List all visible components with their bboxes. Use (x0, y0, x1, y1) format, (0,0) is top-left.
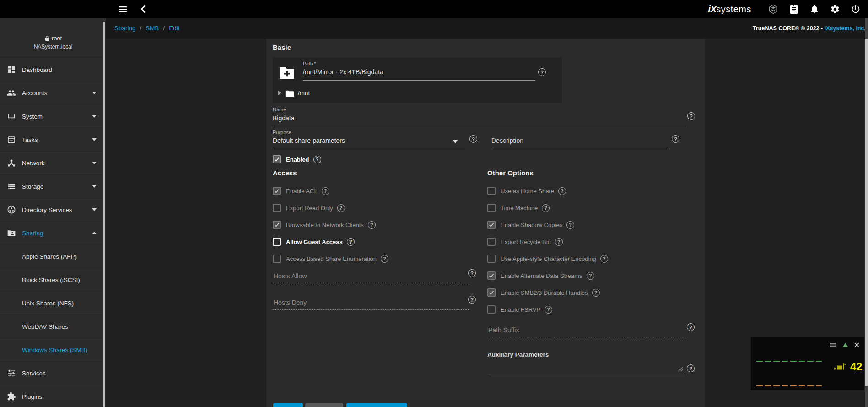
copyright-text: TrueNAS CORE® © 2022 - iXsystems, Inc. (753, 25, 866, 32)
checkbox-enable-shadow-copies[interactable] (487, 221, 496, 229)
help-icon[interactable]: ? (322, 187, 329, 195)
sparkline-dash (773, 385, 780, 386)
help-icon[interactable]: ? (381, 255, 388, 263)
widget-menu-icon[interactable] (829, 341, 837, 349)
checkbox-row-enable-fsrvp: Enable FSRVP? (487, 305, 608, 314)
hosts-deny-input[interactable]: Hosts Deny (274, 299, 307, 306)
widget-close-icon[interactable] (853, 341, 860, 349)
puzzle-icon (7, 392, 16, 401)
checkbox-enable-fsrvp[interactable] (487, 305, 496, 314)
checkbox-enable-acl[interactable] (273, 187, 281, 195)
help-icon[interactable]: ? (347, 238, 355, 246)
aux-parameters-textarea[interactable] (487, 374, 685, 374)
checkbox-row-enable-alternate-data-streams: Enable Alternate Data Streams? (487, 271, 608, 280)
sidebar-item-tasks[interactable]: Tasks (0, 128, 106, 152)
resize-handle-icon[interactable] (677, 366, 684, 372)
sparkline-dash (790, 385, 797, 386)
page-scrollbar-thumb[interactable] (865, 39, 868, 386)
user-name: root (0, 35, 106, 42)
hosts-deny-help-icon[interactable]: ? (468, 296, 476, 304)
settings-gear-icon[interactable] (830, 4, 840, 14)
help-icon[interactable]: ? (587, 272, 594, 280)
help-icon[interactable]: ? (558, 187, 566, 195)
sidebar-item-services[interactable]: Services (0, 362, 106, 385)
checkbox-enable-smb2-3-durable-handles[interactable] (487, 288, 496, 297)
checkbox-browsable-to-network-clients[interactable] (273, 221, 281, 229)
chevron-left-icon[interactable] (138, 4, 149, 15)
help-icon[interactable]: ? (545, 306, 552, 314)
cancel-button-partial[interactable] (305, 403, 343, 407)
sidebar-item-webdav-shares[interactable]: WebDAV Shares (0, 315, 106, 338)
chevron-down-icon (92, 162, 97, 164)
checkbox-export-recycle-bin[interactable] (487, 238, 496, 246)
checkbox-row-enable-shadow-copies: Enable Shadow Copies? (487, 220, 608, 229)
advanced-button-partial[interactable] (346, 403, 407, 407)
checkbox-use-as-home-share[interactable] (487, 187, 496, 195)
checkbox-enable-alternate-data-streams[interactable] (487, 271, 496, 280)
help-icon[interactable]: ? (542, 204, 550, 212)
checkbox-export-read-only[interactable] (273, 204, 281, 212)
sidebar-item-accounts[interactable]: Accounts (0, 81, 106, 105)
enabled-help-icon[interactable]: ? (313, 156, 321, 163)
spacer (7, 345, 16, 354)
sidebar-item-windows-shares-smb[interactable]: Windows Shares (SMB) (0, 338, 106, 362)
checkbox-allow-guest-access[interactable] (273, 238, 281, 246)
purpose-label: Purpose (273, 130, 291, 135)
name-help-icon[interactable]: ? (687, 112, 695, 120)
truecommand-icon[interactable] (768, 4, 778, 14)
sidebar-item-system[interactable]: System (0, 105, 106, 128)
help-icon[interactable]: ? (592, 289, 600, 297)
sidebar-item-directory-services[interactable]: Directory Services (0, 198, 106, 222)
name-input[interactable]: Bigdata (273, 114, 294, 122)
sparkline-dash (790, 361, 797, 362)
sidebar-item-storage[interactable]: Storage (0, 175, 106, 198)
path-help-icon[interactable]: ? (538, 68, 546, 76)
sidebar-item-sharing[interactable]: Sharing (0, 222, 106, 245)
task-manager-icon[interactable] (789, 4, 799, 14)
help-icon[interactable]: ? (555, 238, 563, 246)
sidebar-item-plugins[interactable]: Plugins (0, 385, 106, 407)
help-icon[interactable]: ? (337, 204, 345, 212)
sidebar-item-unix-shares-nfs[interactable]: Unix Shares (NFS) (0, 292, 106, 315)
path-input[interactable]: /mnt/Mirror - 2x 4TB/Bigdata (303, 68, 383, 76)
sidebar-item-dashboard[interactable]: Dashboard (0, 58, 106, 81)
widget-collapse-triangle-icon[interactable] (841, 341, 849, 349)
menu-icon[interactable] (117, 4, 128, 15)
dropdown-caret-icon[interactable] (453, 140, 458, 143)
access-heading: Access (273, 169, 297, 177)
checkbox-access-based-share-enumeration[interactable] (273, 255, 281, 263)
enabled-checkbox[interactable] (273, 155, 281, 163)
hosts-allow-input[interactable]: Hosts Allow (274, 272, 307, 280)
breadcrumb-sharing[interactable]: Sharing (114, 25, 136, 32)
sidebar-item-block-shares-iscsi[interactable]: Block Shares (iSCSI) (0, 268, 106, 292)
path-suffix-input[interactable]: Path Suffix (488, 326, 519, 334)
help-icon[interactable]: ? (368, 221, 376, 229)
sidebar: root NASystem.local DashboardAccountsSys… (0, 18, 106, 407)
description-input[interactable]: Description (491, 137, 523, 144)
sidebar-nav: DashboardAccountsSystemTasksNetworkStora… (0, 58, 106, 407)
sidebar-scrollbar[interactable] (103, 22, 105, 407)
path-suffix-help-icon[interactable]: ? (687, 323, 695, 331)
directory-tree-root[interactable]: /mnt (278, 87, 310, 98)
purpose-help-icon[interactable]: ? (469, 135, 477, 143)
tree-root-label: /mnt (298, 90, 310, 97)
sidebar-item-network[interactable]: Network (0, 152, 106, 175)
sidebar-item-apple-shares-afp[interactable]: Apple Shares (AFP) (0, 245, 106, 268)
notifications-bell-icon[interactable] (809, 4, 819, 14)
checkbox-use-apple-style-character-encoding[interactable] (487, 255, 496, 263)
purpose-select[interactable]: Default share parameters (273, 137, 345, 144)
power-icon[interactable] (851, 4, 861, 14)
save-button-partial[interactable] (273, 403, 303, 407)
ixsystems-link[interactable]: iXsystems, Inc. (825, 25, 866, 32)
aux-parameters-help-icon[interactable]: ? (687, 364, 695, 372)
breadcrumb-bar: Sharing / SMB / Edit TrueNAS CORE® © 202… (0, 18, 868, 39)
help-icon[interactable]: ? (566, 221, 574, 229)
hosts-allow-help-icon[interactable]: ? (468, 269, 476, 277)
help-icon[interactable]: ? (600, 255, 608, 263)
folder-add-icon[interactable] (279, 65, 295, 79)
breadcrumb-smb[interactable]: SMB (146, 25, 159, 32)
breadcrumb-edit[interactable]: Edit (169, 25, 179, 32)
description-help-icon[interactable]: ? (672, 135, 679, 143)
checkbox-time-machine[interactable] (487, 204, 496, 212)
tree-expand-icon[interactable] (278, 91, 281, 95)
